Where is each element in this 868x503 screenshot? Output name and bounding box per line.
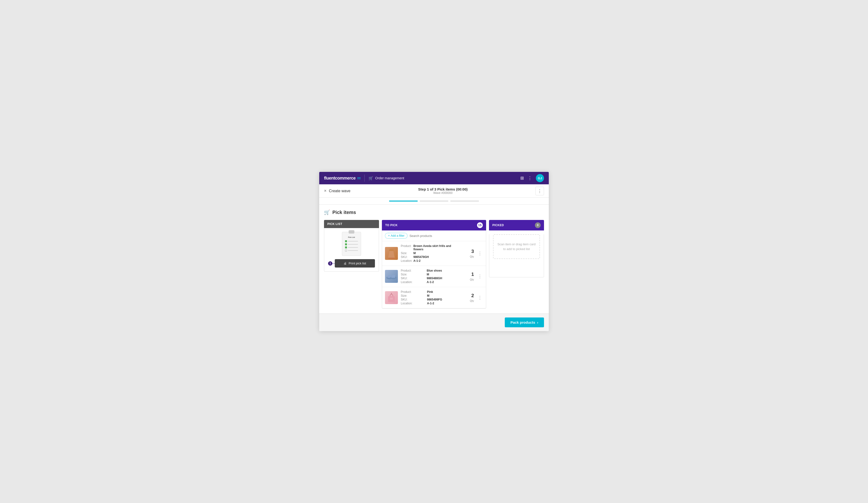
print-section: 1 🖨 Print pick list (328, 259, 375, 268)
item-more-button-3[interactable]: ⋮ (477, 294, 483, 301)
clipboard-line-3: ✓ (345, 247, 358, 248)
to-pick-body: + Add a filter (382, 230, 486, 308)
header-center: Step 1 of 3 Pick items (00:00) Wave #000… (350, 187, 535, 195)
print-pick-list-button[interactable]: 🖨 Print pick list (335, 259, 375, 268)
print-icon: 🖨 (344, 262, 347, 265)
user-avatar[interactable]: GJ (536, 174, 544, 182)
location-label-3: Location: (401, 302, 427, 305)
product-item-3: Product: Pink Size: M SKU: 9865499FG (382, 287, 486, 308)
annotation-badge: 1 (328, 261, 332, 265)
clipboard-line-2: ✓ (345, 243, 358, 245)
picked-label: PICKED (492, 223, 504, 227)
product-label-1: Product: (401, 244, 413, 251)
columns-container: PICK LIST Pick List ✓ ✓ (324, 220, 544, 308)
nav-section-label: Order management (375, 176, 404, 180)
nav-section: 🛒 Order management (369, 176, 404, 180)
location-value-2: A-1-2 (427, 280, 461, 284)
clipboard-illustration: Pick List ✓ ✓ ✓ (342, 232, 361, 256)
grid-icon[interactable]: ⊞ (520, 176, 524, 181)
wave-label: Wave #000000 (350, 191, 535, 195)
size-value-3: M (427, 294, 461, 298)
progress-step-2 (420, 201, 448, 201)
to-pick-label: TO PICK (385, 223, 397, 227)
qty-label-3: Qty (470, 299, 474, 302)
size-value-1: M (413, 251, 461, 255)
header-left: × Create wave (324, 188, 350, 193)
product-image-2 (385, 270, 398, 283)
product-value-2: Blue shoes (427, 269, 461, 273)
pick-list-column: PICK LIST Pick List ✓ ✓ (324, 220, 379, 272)
text-line-3 (348, 247, 358, 248)
page-title: Pick items (332, 210, 356, 215)
nav-more-icon[interactable]: ⋮ (528, 176, 532, 181)
product-qty-2: 1 Qty (463, 272, 474, 281)
checkbox-4 (345, 250, 347, 251)
sku-label-1: SKU: (401, 255, 413, 259)
print-label: Print pick list (349, 262, 366, 265)
location-value-3: A-1-2 (427, 302, 461, 305)
app-container: fluentcommerce 🛒 Order management ⊞ ⋮ GJ… (319, 172, 549, 331)
logo-text: fluentcommerce (324, 176, 355, 181)
to-pick-count: 15 (477, 222, 483, 228)
size-label-3: Size: (401, 294, 427, 298)
product-details-2: Product: Blue shoes Size: M SKU: 9865488… (401, 269, 461, 284)
product-label-2: Product: (401, 269, 427, 273)
qty-label-1: Qty (470, 255, 474, 258)
sku-value-2: 9865488GH (427, 276, 461, 280)
text-line-4 (348, 250, 358, 251)
to-pick-column: TO PICK 15 + Add a filter (382, 220, 486, 308)
picked-empty-state: Scan item or drag item card to add to pi… (493, 234, 540, 259)
pack-products-button[interactable]: Pack products › (505, 317, 544, 327)
header-right: ⋮ (535, 187, 544, 195)
product-item-1: Product: Brown Aveda skirt frills and fl… (382, 241, 486, 266)
sku-label-3: SKU: (401, 298, 427, 302)
size-value-2: M (427, 273, 461, 276)
product-label-3: Product: (401, 290, 427, 294)
item-more-button-2[interactable]: ⋮ (477, 273, 483, 280)
top-nav: fluentcommerce 🛒 Order management ⊞ ⋮ GJ (319, 172, 549, 184)
page-heading: 🛒 Pick items (324, 209, 544, 215)
text-line-1 (348, 241, 358, 241)
checkbox-1: ✓ (345, 240, 347, 242)
picked-body: Scan item or drag item card to add to pi… (489, 234, 544, 277)
clipboard-title: Pick List (345, 237, 358, 238)
product-qty-1: 3 Qty (463, 249, 474, 259)
sku-label-2: SKU: (401, 276, 427, 280)
plus-icon: + (388, 234, 390, 238)
to-pick-header: TO PICK 15 (382, 220, 486, 230)
product-details-1: Product: Brown Aveda skirt frills and fl… (401, 244, 461, 263)
qty-number-2: 1 (463, 272, 474, 277)
progress-section (319, 198, 549, 205)
add-filter-button[interactable]: + Add a filter (385, 233, 407, 239)
header-bar: × Create wave Step 1 of 3 Pick items (00… (319, 184, 549, 198)
footer-bar: Pack products › (319, 313, 549, 331)
close-icon[interactable]: × (324, 188, 327, 193)
sku-value-1: 9865478GH (413, 255, 461, 259)
qty-label-2: Qty (470, 278, 474, 281)
product-item-2: Product: Blue shoes Size: M SKU: 9865488… (382, 266, 486, 287)
location-label-1: Location: (401, 259, 413, 263)
picked-header: PICKED 0 (489, 220, 544, 230)
pick-list-body: Pick List ✓ ✓ ✓ (324, 228, 379, 272)
pack-label: Pack products (510, 320, 535, 324)
item-more-button-1[interactable]: ⋮ (477, 250, 483, 256)
checkbox-2: ✓ (345, 243, 347, 245)
progress-step-1 (389, 201, 418, 201)
pack-arrow-icon: › (537, 320, 538, 324)
annotation-container: 1 🖨 Print pick list (328, 259, 375, 268)
header-more-button[interactable]: ⋮ (535, 187, 544, 195)
location-value-1: A-1-2 (413, 259, 461, 263)
size-label-1: Size: (401, 251, 413, 255)
progress-step-3 (450, 201, 479, 201)
qty-number-3: 2 (463, 293, 474, 298)
product-image-1 (385, 247, 398, 260)
add-filter-label: Add a filter (391, 234, 404, 238)
step-title: Step 1 of 3 Pick items (00:00) (350, 187, 535, 191)
sku-value-3: 9865499FG (427, 298, 461, 302)
pick-list-header: PICK LIST (324, 220, 379, 228)
search-input[interactable] (409, 234, 483, 238)
product-qty-3: 2 Qty (463, 293, 474, 303)
product-details-3: Product: Pink Size: M SKU: 9865499FG (401, 290, 461, 305)
logo-icon (357, 177, 361, 179)
qty-number-1: 3 (463, 249, 474, 254)
